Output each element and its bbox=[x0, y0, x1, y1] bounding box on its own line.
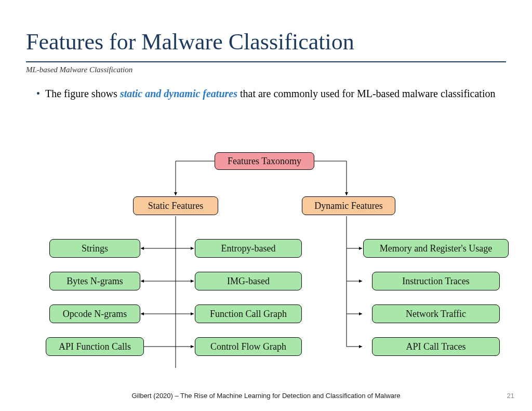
node-network-traffic: Network Traffic bbox=[372, 304, 500, 323]
page-number: 21 bbox=[507, 392, 514, 400]
node-static-features: Static Features bbox=[133, 196, 218, 215]
node-entropy-based: Entropy-based bbox=[195, 239, 302, 258]
node-bytes-ngrams: Bytes N-grams bbox=[49, 272, 140, 290]
node-dynamic-features: Dynamic Features bbox=[302, 196, 395, 215]
node-instruction-traces: Instruction Traces bbox=[372, 272, 500, 290]
page-title: Features for Malware Classification bbox=[26, 29, 506, 55]
bullet-icon: • bbox=[36, 87, 40, 100]
bullet-item: • The figure shows static and dynamic fe… bbox=[36, 87, 506, 100]
bullet-post: that are commonly used for ML-based malw… bbox=[237, 88, 496, 99]
node-root: Features Taxonomy bbox=[215, 152, 314, 170]
node-img-based: IMG-based bbox=[195, 272, 302, 290]
bullet-pre: The figure shows bbox=[45, 88, 120, 99]
taxonomy-diagram: Features Taxonomy Static Features Dynami… bbox=[0, 150, 532, 378]
node-api-call-traces: API Call Traces bbox=[372, 337, 500, 356]
node-function-call-graph: Function Call Graph bbox=[195, 304, 302, 323]
bullet-emphasis: static and dynamic features bbox=[120, 88, 237, 99]
bullet-text: The figure shows static and dynamic feat… bbox=[45, 87, 495, 100]
node-control-flow-graph: Control Flow Graph bbox=[195, 337, 302, 356]
subtitle: ML-based Malware Classification bbox=[26, 65, 506, 74]
node-memory-registers: Memory and Register's Usage bbox=[363, 239, 509, 258]
node-opcode-ngrams: Opcode N-grams bbox=[49, 304, 140, 323]
node-api-function-calls: API Function Calls bbox=[46, 337, 144, 356]
footer-citation: Gilbert (2020) – The Rise of Machine Lea… bbox=[0, 392, 532, 400]
node-strings: Strings bbox=[49, 239, 140, 258]
title-divider bbox=[26, 61, 506, 62]
